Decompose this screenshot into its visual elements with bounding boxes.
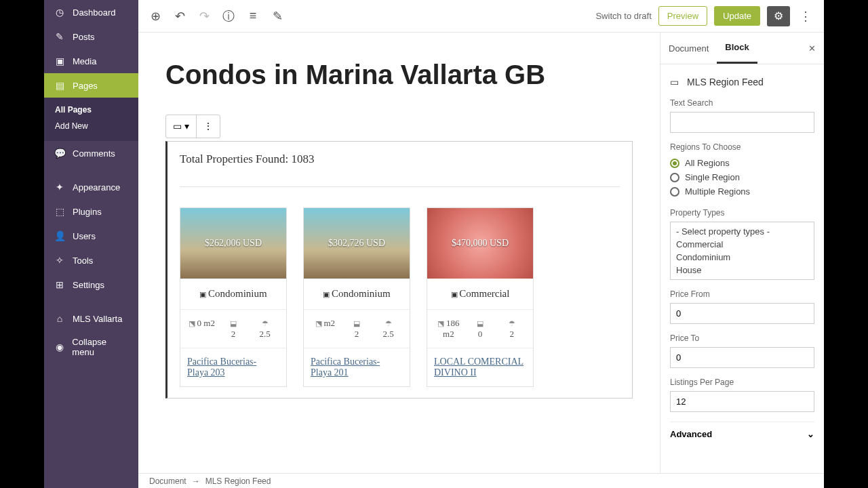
tab-block[interactable]: Block — [717, 33, 757, 64]
pages-icon: ▤ — [54, 79, 66, 92]
card-title: Pacifica Bucerias- Playa 203 — [180, 348, 286, 386]
preview-button[interactable]: Preview — [658, 6, 707, 26]
page-title[interactable]: Condos in Marina Vallarta GB — [165, 60, 633, 90]
text-search-input[interactable] — [670, 112, 814, 133]
price-from-label: Price From — [670, 289, 814, 299]
listings-label: Listings Per Page — [670, 378, 814, 387]
card-image: $262,006 USD — [180, 208, 286, 279]
property-types-select[interactable]: - Select property types - Commercial Con… — [670, 222, 814, 280]
sliders-icon: ⊞ — [54, 279, 66, 291]
admin-sidebar: ◷Dashboard ✎Posts ▣Media ▤Pages All Page… — [44, 0, 138, 488]
undo-button[interactable]: ↶ — [172, 9, 187, 24]
card-type: ▣ Condominium — [304, 279, 410, 310]
user-icon: 👤 — [54, 230, 66, 242]
card-image: $470,000 USD — [427, 208, 533, 279]
block-type-button[interactable]: ▭ ▾ — [166, 115, 197, 138]
tab-document[interactable]: Document — [660, 34, 717, 63]
folder-icon: ▭ — [670, 77, 679, 87]
sidebar-item-appearance[interactable]: ✦Appearance — [44, 175, 138, 199]
property-card[interactable]: $302,726 USD ▣ Condominium ⬔ m2 ⬓2 ☂2.5 … — [303, 207, 410, 387]
sidebar-item-comments[interactable]: 💬Comments — [44, 141, 138, 165]
block-more-button[interactable]: ⋮ — [197, 115, 220, 138]
radio-multiple-regions[interactable]: Multiple Regions — [670, 184, 814, 199]
editor-breadcrumb: Document → MLS Region Feed — [138, 473, 824, 488]
property-cards-row: $262,006 USD ▣ Condominium ⬔ 0 m2 ⬓2 ☂2.… — [180, 207, 620, 387]
gauge-icon: ◷ — [54, 6, 66, 18]
text-search-label: Text Search — [670, 98, 814, 108]
sidebar-item-plugins[interactable]: ⬚Plugins — [44, 199, 138, 224]
chevron-down-icon: ⌄ — [807, 429, 814, 439]
plug-icon: ⬚ — [54, 205, 66, 218]
sidebar-submenu: All Pages Add New — [44, 98, 138, 141]
redo-button[interactable]: ↷ — [197, 9, 212, 24]
sidebar-item-posts[interactable]: ✎Posts — [44, 24, 138, 49]
listings-input[interactable] — [670, 391, 814, 412]
sidebar-item-tools[interactable]: ✧Tools — [44, 248, 138, 272]
switch-to-draft-link[interactable]: Switch to draft — [595, 11, 651, 21]
editor-topbar: ⊕ ↶ ↷ ⓘ ≡ ✎ Switch to draft Preview Upda… — [138, 0, 824, 33]
mls-region-feed-block[interactable]: Total Properties Found: 1083 $262,006 US… — [165, 141, 633, 399]
pin-icon: ✎ — [54, 30, 66, 43]
sidebar-item-mls[interactable]: ⌂MLS Vallarta — [44, 306, 138, 331]
sidebar-item-dashboard[interactable]: ◷Dashboard — [44, 0, 138, 24]
sidebar-sub-all-pages[interactable]: All Pages — [55, 102, 138, 118]
card-type: ▣ Condominium — [180, 279, 286, 310]
update-button[interactable]: Update — [714, 6, 760, 26]
wrench-icon: ✧ — [54, 254, 66, 266]
media-icon: ▣ — [54, 55, 66, 67]
price-to-label: Price To — [670, 333, 814, 343]
card-title: Pacifica Bucerias- Playa 201 — [304, 348, 410, 386]
breadcrumb-part[interactable]: MLS Region Feed — [205, 476, 271, 486]
sidebar-item-collapse[interactable]: ◉Collapse menu — [44, 331, 138, 363]
property-card[interactable]: $262,006 USD ▣ Condominium ⬔ 0 m2 ⬓2 ☂2.… — [180, 207, 287, 387]
sidebar-sub-add-new[interactable]: Add New — [55, 118, 138, 134]
add-block-button[interactable]: ⊕ — [148, 9, 163, 24]
edit-button[interactable]: ✎ — [270, 9, 285, 24]
editor-canvas[interactable]: Condos in Marina Vallarta GB ▭ ▾ ⋮ Total… — [138, 33, 660, 473]
price-to-input[interactable] — [670, 347, 814, 368]
property-card[interactable]: $470,000 USD ▣ Commercial ⬔ 186 m2 ⬓0 ☂2… — [427, 207, 534, 387]
home-icon: ⌂ — [54, 312, 66, 325]
sidebar-item-media[interactable]: ▣Media — [44, 49, 138, 73]
more-menu-button[interactable]: ⋮ — [797, 9, 814, 24]
sidebar-item-users[interactable]: 👤Users — [44, 224, 138, 248]
outline-button[interactable]: ≡ — [245, 9, 260, 24]
card-type: ▣ Commercial — [427, 279, 533, 310]
radio-single-region[interactable]: Single Region — [670, 170, 814, 184]
card-title: LOCAL COMERCIAL DIVINO II — [427, 348, 533, 386]
sidebar-item-pages[interactable]: ▤Pages — [44, 73, 138, 98]
total-properties-label: Total Properties Found: 1083 — [180, 152, 620, 166]
close-inspector-button[interactable]: ✕ — [800, 35, 824, 62]
block-inspector: Document Block ✕ ▭MLS Region Feed Text S… — [660, 33, 824, 473]
sidebar-item-settings[interactable]: ⊞Settings — [44, 272, 138, 297]
price-from-input[interactable] — [670, 303, 814, 324]
comment-icon: 💬 — [54, 147, 66, 159]
breadcrumb-part[interactable]: Document — [149, 476, 186, 486]
info-button[interactable]: ⓘ — [221, 9, 236, 24]
card-image: $302,726 USD — [304, 208, 410, 279]
block-name-header: ▭MLS Region Feed — [670, 73, 814, 98]
advanced-toggle[interactable]: Advanced ⌄ — [670, 422, 814, 446]
collapse-icon: ◉ — [54, 341, 65, 353]
radio-all-regions[interactable]: All Regions — [670, 156, 814, 170]
settings-gear-button[interactable]: ⚙ — [767, 6, 790, 26]
block-toolbar: ▭ ▾ ⋮ — [165, 115, 220, 138]
brush-icon: ✦ — [54, 181, 66, 193]
regions-label: Regions To Choose — [670, 142, 814, 152]
ptypes-label: Property Types — [670, 208, 814, 218]
